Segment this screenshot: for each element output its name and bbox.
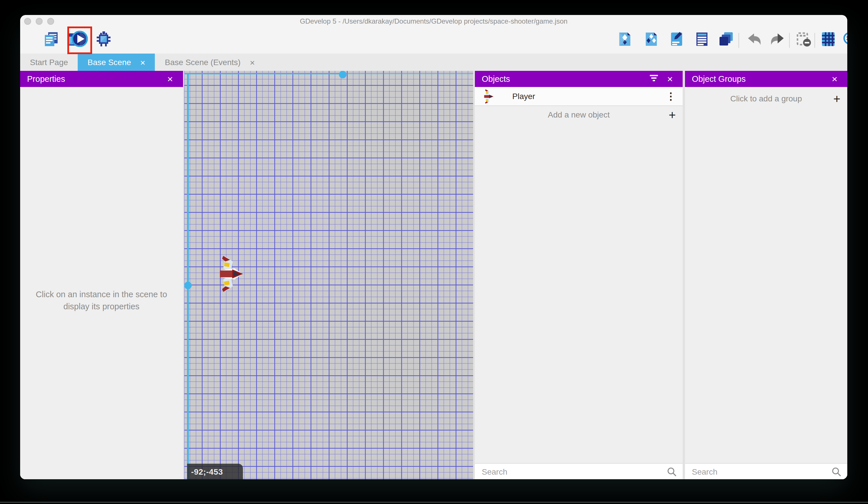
panel-title: Object Groups	[692, 74, 746, 83]
filter-icon	[649, 74, 659, 83]
player-instance[interactable]	[218, 255, 243, 292]
grid-icon	[821, 32, 836, 49]
toolbar-separator	[815, 33, 815, 48]
search-icon	[666, 466, 677, 477]
close-objects-button[interactable]: ×	[664, 73, 676, 85]
undo-button[interactable]	[746, 32, 763, 48]
tab-start-page[interactable]: Start Page	[20, 53, 78, 71]
objects-panel-header: Objects ×	[475, 71, 683, 87]
add-object-label: Add a new object	[475, 110, 683, 119]
titlebar: GDevelop 5 - /Users/dkarakay/Documents/G…	[20, 15, 847, 28]
window-title: GDevelop 5 - /Users/dkarakay/Documents/G…	[20, 15, 847, 28]
delete-instances-icon	[796, 31, 811, 49]
filter-objects-button[interactable]	[648, 73, 660, 85]
tab-close-icon[interactable]: ×	[250, 58, 255, 67]
object-groups-panel: Object Groups × Click to add a group +	[685, 71, 847, 479]
plus-icon: +	[669, 109, 676, 121]
toolbar: 1:1	[20, 28, 847, 53]
panel-title: Objects	[482, 74, 510, 83]
window-border-handle-left[interactable]	[184, 281, 192, 289]
tab-label: Base Scene (Events)	[165, 58, 241, 67]
add-group-button[interactable]: Click to add a group +	[685, 87, 847, 110]
close-object-groups-button[interactable]: ×	[829, 73, 840, 85]
annotation-red-rectangle	[68, 27, 92, 54]
object-groups-panel-header: Object Groups ×	[685, 71, 847, 87]
tab-base-scene[interactable]: Base Scene ×	[78, 53, 155, 71]
objects-search-bar	[475, 463, 683, 479]
properties-panel: Properties × Click on an instance in the…	[20, 71, 183, 479]
close-icon: ×	[167, 74, 173, 84]
layers-icon	[719, 32, 733, 49]
close-icon: ×	[667, 74, 673, 84]
object-name: Player	[512, 92, 535, 101]
svg-text:1:1: 1:1	[846, 35, 847, 41]
debug-icon	[95, 31, 112, 50]
game-window-border-top	[184, 73, 342, 74]
zoom-original-button[interactable]: 1:1	[842, 32, 847, 48]
game-window-border-top-extension	[342, 73, 473, 74]
game-window-border-left	[187, 73, 188, 479]
tab-base-scene-events[interactable]: Base Scene (Events) ×	[155, 53, 265, 71]
player-object-thumbnail	[484, 89, 494, 103]
objects-search-input[interactable]	[475, 467, 666, 476]
object-groups-editor-icon	[644, 32, 658, 49]
toolbar-separator	[789, 33, 790, 48]
instances-list-icon	[694, 32, 709, 49]
search-icon	[831, 466, 841, 477]
properties-empty-message: Click on an instance in the scene to dis…	[30, 289, 173, 313]
window-border-handle-top[interactable]	[339, 71, 346, 78]
plus-icon: +	[833, 92, 840, 104]
undo-icon	[747, 31, 762, 49]
tab-close-icon[interactable]: ×	[140, 58, 145, 67]
project-manager-button[interactable]	[43, 32, 59, 48]
properties-panel-header: Properties ×	[20, 71, 183, 87]
toggle-grid-button[interactable]	[820, 32, 836, 48]
panel-title: Properties	[27, 74, 65, 83]
close-icon: ×	[832, 74, 837, 84]
zoom-1-1-icon: 1:1	[843, 31, 847, 49]
redo-button[interactable]	[768, 32, 785, 48]
object-groups-search-bar	[685, 463, 847, 479]
object-menu-kebab-icon[interactable]: ⋮	[666, 90, 676, 102]
desktop-edge-line	[0, 502, 868, 503]
object-list-item-player[interactable]: Player ⋮	[475, 87, 683, 106]
tabbar: Start Page Base Scene × Base Scene (Even…	[20, 53, 847, 71]
properties-icon	[669, 32, 683, 49]
objects-panel: Objects ×	[475, 71, 683, 479]
close-properties-button[interactable]: ×	[164, 73, 176, 85]
open-object-groups-editor-button[interactable]	[643, 32, 659, 48]
redo-icon	[769, 31, 784, 49]
add-group-label: Click to add a group	[685, 94, 847, 103]
debug-button[interactable]	[95, 32, 112, 48]
open-properties-button[interactable]	[668, 32, 684, 48]
gdevelop-window: GDevelop 5 - /Users/dkarakay/Documents/G…	[20, 15, 847, 479]
tab-label: Start Page	[30, 58, 68, 67]
toolbar-separator	[738, 33, 739, 48]
objects-editor-icon	[617, 32, 632, 49]
open-layers-editor-button[interactable]	[718, 32, 734, 48]
main-content: Properties × Click on an instance in the…	[20, 71, 847, 479]
add-new-object-button[interactable]: Add a new object +	[475, 106, 683, 123]
delete-instances-button[interactable]	[795, 32, 812, 48]
tab-label: Base Scene	[87, 58, 131, 67]
cursor-coordinates: -92;-453	[187, 464, 243, 479]
screenshot-stage: GDevelop 5 - /Users/dkarakay/Documents/G…	[0, 0, 868, 504]
scene-canvas[interactable]: -92;-453	[184, 71, 473, 479]
open-objects-editor-button[interactable]	[617, 32, 633, 48]
project-manager-icon	[43, 31, 59, 49]
object-groups-search-input[interactable]	[685, 467, 831, 476]
open-instances-list-button[interactable]	[694, 32, 710, 48]
